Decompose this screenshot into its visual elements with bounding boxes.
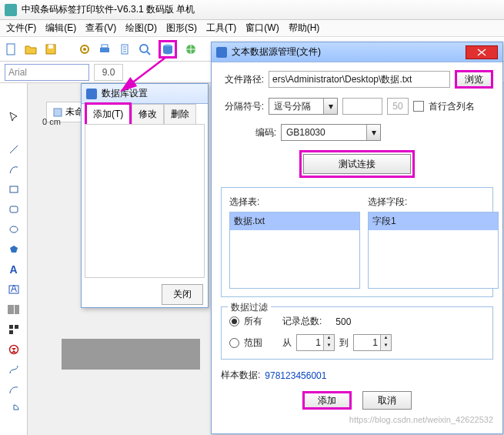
range-to-input[interactable]: 1▲▼ [353, 334, 392, 351]
svg-rect-0 [7, 44, 15, 55]
svg-rect-20 [9, 330, 13, 334]
sector-tool[interactable] [6, 402, 22, 417]
encoding-value: GB18030 [282, 127, 366, 138]
svg-rect-18 [9, 325, 13, 329]
radio-range[interactable] [229, 338, 239, 348]
globe-icon[interactable] [185, 43, 197, 55]
delimiter-select[interactable]: 逗号分隔 ▾ [269, 98, 338, 115]
arc-tool[interactable] [6, 382, 22, 397]
canvas-area [62, 339, 200, 370]
range-from-value: 1 [297, 335, 323, 350]
from-label: 从 [282, 336, 292, 350]
sample-row: 样本数据: 978123456001 [221, 369, 493, 382]
save-icon[interactable] [45, 43, 57, 55]
datasource-dialog-titlebar[interactable]: 文本数据源管理(文件) [212, 42, 502, 62]
filter-group: 数据过滤 所有 记录总数: 500 范围 从 1▲▼ 到 1▲▼ [221, 306, 493, 360]
firstrow-label: 首行含列名 [429, 100, 475, 113]
db-tab-modify[interactable]: 修改 [132, 104, 164, 124]
delimiter-custom-input[interactable] [342, 98, 382, 115]
open-icon[interactable] [25, 43, 37, 55]
db-tab-delete[interactable]: 删除 [164, 104, 196, 124]
text-tool[interactable]: A [6, 262, 22, 277]
qrcode-tool[interactable] [6, 322, 22, 337]
svg-point-15 [10, 226, 18, 233]
menu-shape[interactable]: 图形(S) [163, 22, 200, 35]
field-listbox[interactable]: 字段1 [368, 212, 499, 289]
side-toolbar: A A [0, 83, 28, 435]
filepath-input[interactable]: ers\Administrator\Desktop\数据.txt [269, 71, 450, 88]
svg-line-9 [147, 52, 150, 55]
db-close-button[interactable]: 关闭 [162, 284, 203, 305]
menu-tool[interactable]: 工具(T) [203, 22, 239, 35]
rect-tool[interactable] [6, 182, 22, 197]
font-name-value: Arial [8, 67, 27, 78]
sample-value: 978123456001 [265, 370, 326, 381]
menu-file[interactable]: 文件(F) [3, 22, 39, 35]
doc-icon [53, 108, 62, 117]
gear-icon[interactable] [78, 43, 91, 55]
font-name-select[interactable]: Arial [5, 64, 89, 81]
svg-rect-6 [102, 45, 108, 48]
select-group: 选择表: 数据.txt 选择字段: 字段1 [221, 187, 493, 297]
menu-window[interactable]: 窗口(W) [242, 22, 282, 35]
radio-range-label: 范围 [244, 336, 262, 350]
richtext-tool[interactable]: A [6, 282, 22, 297]
image-tool[interactable] [6, 342, 22, 357]
delimiter-count[interactable]: 50 [387, 98, 409, 115]
line-tool[interactable] [6, 142, 22, 157]
preview-icon[interactable] [139, 43, 151, 55]
menu-help[interactable]: 帮助(H) [285, 22, 323, 35]
new-icon[interactable] [5, 43, 17, 55]
curve-tool[interactable] [6, 162, 22, 177]
menu-edit[interactable]: 编辑(E) [42, 22, 79, 35]
app-titlebar: 中琅条码标签打印软件-V6.3.1 数码版 单机 [0, 0, 504, 20]
pointer-tool[interactable] [6, 109, 22, 125]
delimiter-value: 逗号分隔 [269, 100, 323, 113]
close-icon [477, 49, 486, 56]
browse-button[interactable]: 浏览 [455, 70, 493, 89]
delimiter-row: 分隔符号: 逗号分隔 ▾ 50 首行含列名 [221, 98, 493, 115]
range-from-input[interactable]: 1▲▼ [296, 334, 335, 351]
record-count-label: 记录总数: [282, 315, 322, 328]
chevron-down-icon: ▾ [323, 99, 337, 114]
db-dialog-title-text: 数据库设置 [102, 87, 148, 100]
field-item[interactable]: 字段1 [369, 212, 498, 230]
sample-label: 样本数据: [221, 369, 260, 382]
cancel-button[interactable]: 取消 [362, 391, 412, 410]
db-dialog-title[interactable]: 数据库设置 [82, 84, 208, 104]
database-icon [162, 43, 174, 55]
datasource-dialog: 文本数据源管理(文件) 文件路径: ers\Administrator\Desk… [211, 42, 503, 434]
test-connection-button[interactable]: 测试连接 [303, 154, 411, 174]
db-dialog-icon [86, 89, 97, 99]
ellipse-tool[interactable] [6, 222, 22, 237]
firstrow-checkbox[interactable] [413, 101, 424, 112]
font-size-value: 9.0 [102, 67, 115, 78]
encoding-label: 编码: [221, 126, 276, 139]
font-size-select[interactable]: 9.0 [94, 64, 123, 81]
bezier-tool[interactable] [6, 362, 22, 377]
radio-all[interactable] [229, 316, 239, 326]
table-listbox[interactable]: 数据.txt [229, 212, 360, 289]
test-highlight: 测试连接 [299, 150, 415, 178]
polygon-tool[interactable] [6, 242, 22, 257]
export-icon[interactable] [118, 43, 131, 55]
filter-legend: 数据过滤 [228, 301, 271, 314]
barcode-tool[interactable] [6, 302, 22, 317]
svg-rect-5 [100, 48, 109, 52]
table-item[interactable]: 数据.txt [230, 212, 359, 230]
db-tab-add[interactable]: 添加(T) [85, 102, 132, 124]
filepath-value: ers\Administrator\Desktop\数据.txt [272, 73, 412, 86]
range-to-value: 1 [354, 335, 380, 350]
ruler-unit: 0 cm [42, 117, 61, 126]
delimiter-count-value: 50 [392, 101, 402, 112]
menu-draw[interactable]: 绘图(D) [122, 22, 160, 35]
print-icon[interactable] [98, 43, 111, 55]
db-dialog-body [85, 124, 205, 278]
menu-view[interactable]: 查看(V) [82, 22, 119, 35]
add-button[interactable]: 添加 [302, 391, 352, 410]
encoding-select[interactable]: GB18030 ▾ [281, 124, 381, 141]
database-button[interactable] [159, 40, 177, 59]
close-button[interactable] [466, 45, 498, 59]
dialog-buttons: 添加 取消 [221, 391, 493, 410]
roundrect-tool[interactable] [6, 202, 22, 217]
